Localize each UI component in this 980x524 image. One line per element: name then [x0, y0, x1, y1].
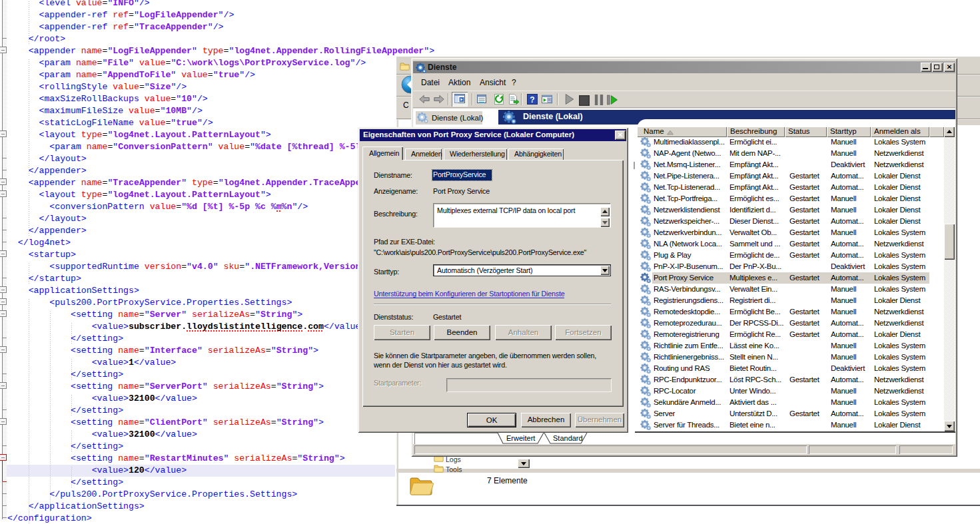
svg-text:?: ?: [530, 95, 534, 105]
